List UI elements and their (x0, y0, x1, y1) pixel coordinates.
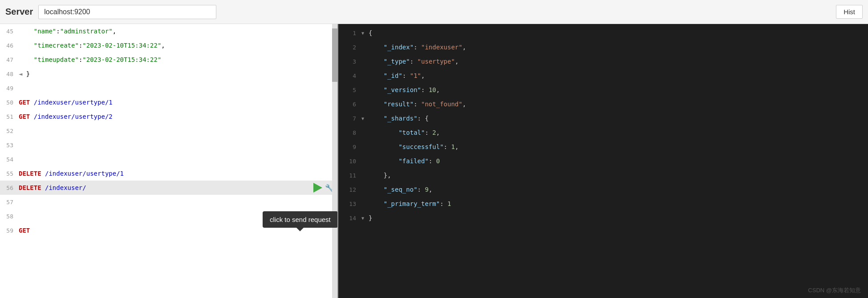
line-content: GET (19, 227, 334, 234)
table-row: 57 (0, 195, 337, 209)
line-number: 3 (342, 58, 361, 65)
run-area: 🔧 (313, 183, 334, 193)
line-number: 56 (0, 185, 19, 191)
fold-arrow[interactable]: ▼ (361, 116, 369, 121)
table-row: 13 "_primary_term": 1 (338, 197, 868, 211)
json-output: 1 ▼ { 2 "_index": "indexuser", 3 "_type"… (338, 24, 868, 298)
table-row: 46 "timecreate":"2023-02-10T15:34:22", (0, 38, 337, 52)
run-button[interactable] (313, 183, 322, 193)
line-content: "_id": "1", (369, 72, 425, 79)
watermark: CSDN @东海若知意 (808, 286, 861, 294)
line-number: 10 (342, 158, 361, 165)
line-number: 2 (342, 44, 361, 51)
table-row: 54 (0, 152, 337, 166)
header: Server Hist (0, 0, 868, 24)
table-row: 4 "_id": "1", (338, 68, 868, 83)
line-number: 8 (342, 129, 361, 136)
line-number: 6 (342, 101, 361, 108)
line-number: 7 (342, 115, 361, 122)
line-content: "_index": "indexuser", (369, 44, 466, 51)
history-button[interactable]: Hist (836, 5, 863, 19)
line-number: 50 (0, 99, 19, 106)
line-number: 59 (0, 227, 19, 234)
scrollbar-thumb[interactable] (332, 28, 337, 82)
table-row: 6 "result": "not_found", (338, 97, 868, 111)
table-row: 47 "timeupdate":"2023-02-20T15:34:22" (0, 52, 337, 67)
line-content: "_version": 10, (369, 86, 440, 93)
left-editor-panel: 45 "name":"adminstrator", 46 "timecreate… (0, 24, 338, 298)
line-content: ◄ } (19, 70, 334, 77)
line-number: 47 (0, 56, 19, 63)
table-row: 10 "failed": 0 (338, 154, 868, 168)
server-label: Server (5, 7, 33, 17)
server-input[interactable] (38, 5, 216, 19)
table-row: 50 GET /indexuser/usertype/1 (0, 95, 337, 109)
line-content: "_shards": { (369, 115, 429, 122)
table-row: 52 (0, 124, 337, 138)
line-number: 53 (0, 142, 19, 149)
line-content: "total": 2, (369, 129, 440, 136)
table-row: 49 (0, 81, 337, 95)
line-content: "timecreate":"2023-02-10T15:34:22", (19, 42, 334, 49)
line-content: DELETE /indexuser/ (19, 184, 165, 191)
fold-arrow[interactable]: ▼ (361, 31, 369, 36)
editor-area[interactable]: 45 "name":"adminstrator", 46 "timecreate… (0, 24, 337, 298)
main-content: 45 "name":"adminstrator", 46 "timecreate… (0, 24, 868, 298)
line-content: DELETE /indexuser/usertype/1 (19, 170, 334, 177)
line-number: 14 (342, 215, 361, 221)
table-row: 56 DELETE /indexuser/ 🔧 (0, 181, 337, 195)
line-number: 48 (0, 71, 19, 77)
line-number: 57 (0, 199, 19, 205)
line-number: 11 (342, 172, 361, 179)
table-row: 2 "_index": "indexuser", (338, 40, 868, 54)
line-number: 4 (342, 72, 361, 79)
line-content: "result": "not_found", (369, 101, 466, 108)
line-content: GET /indexuser/usertype/1 (19, 99, 334, 106)
table-row: 55 DELETE /indexuser/usertype/1 (0, 166, 337, 181)
table-row: 3 "_type": "usertype", (338, 54, 868, 68)
line-number: 49 (0, 85, 19, 92)
line-content: { (369, 29, 372, 36)
table-row: 7 ▼ "_shards": { (338, 111, 868, 125)
table-row: 14 ▼ } (338, 211, 868, 225)
line-content: "failed": 0 (369, 157, 440, 165)
line-number: 9 (342, 144, 361, 150)
line-content: "_type": "usertype", (369, 58, 458, 65)
right-json-panel: 1 ▼ { 2 "_index": "indexuser", 3 "_type"… (338, 24, 868, 298)
line-content: GET /indexuser/usertype/2 (19, 113, 334, 120)
vertical-scrollbar[interactable] (332, 24, 337, 298)
table-row: 48 ◄ } (0, 67, 337, 81)
table-row: 11 }, (338, 168, 868, 182)
table-row: 1 ▼ { (338, 26, 868, 40)
line-number: 12 (342, 186, 361, 193)
table-row: 5 "_version": 10, (338, 83, 868, 97)
table-row: 45 "name":"adminstrator", (0, 24, 337, 38)
line-number: 55 (0, 170, 19, 177)
line-number: 54 (0, 156, 19, 163)
line-content: "_seq_no": 9, (369, 186, 432, 193)
table-row: 9 "successful": 1, (338, 140, 868, 154)
line-number: 52 (0, 128, 19, 134)
table-row: 8 "total": 2, (338, 125, 868, 140)
line-content: }, (369, 172, 391, 179)
table-row: 53 (0, 138, 337, 152)
line-content: "_primary_term": 1 (369, 200, 451, 207)
line-content: "name":"adminstrator", (19, 28, 334, 35)
send-request-tooltip: click to send request (263, 211, 337, 228)
line-content: "timeupdate":"2023-02-20T15:34:22" (19, 56, 334, 63)
line-content: "successful": 1, (369, 143, 458, 150)
line-number: 51 (0, 113, 19, 120)
line-number: 5 (342, 87, 361, 93)
table-row: 12 "_seq_no": 9, (338, 182, 868, 197)
line-number: 46 (0, 42, 19, 49)
line-number: 13 (342, 201, 361, 207)
line-number: 45 (0, 28, 19, 35)
line-content: } (369, 214, 372, 221)
line-number: 1 (342, 30, 361, 36)
table-row: 51 GET /indexuser/usertype/2 (0, 109, 337, 124)
fold-arrow[interactable]: ▼ (361, 216, 369, 221)
line-number: 58 (0, 213, 19, 220)
